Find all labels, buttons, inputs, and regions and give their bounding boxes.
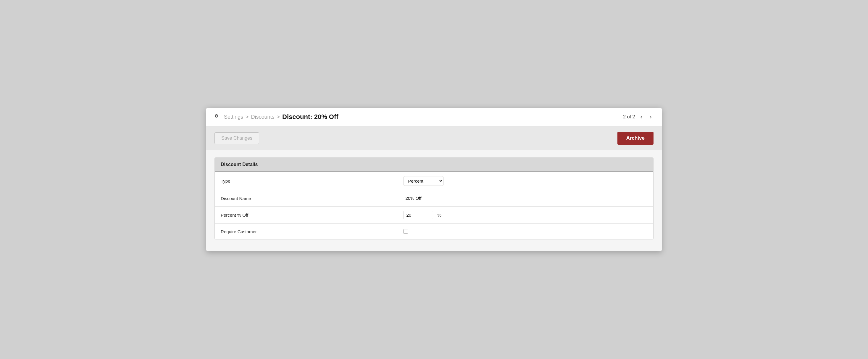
header-bar: ⚙ Settings > Discounts > Discount: 20% O… xyxy=(206,108,662,126)
save-changes-button[interactable]: Save Changes xyxy=(215,132,259,144)
header-right: 2 of 2 ‹ › xyxy=(623,113,653,121)
type-value: Percent Fixed Amount xyxy=(399,172,653,190)
content-area: Discount Details Type Percent Fixed Amou… xyxy=(206,150,662,251)
breadcrumb-sep1: > xyxy=(246,114,249,120)
toolbar: Save Changes Archive xyxy=(206,126,662,150)
percent-off-value: % xyxy=(399,207,653,223)
percent-off-label: Percent % Off xyxy=(215,208,399,222)
breadcrumb-current: Discount: 20% Off xyxy=(282,113,338,121)
breadcrumb-sep2: > xyxy=(277,114,280,120)
discount-name-value xyxy=(399,190,653,206)
breadcrumb-discounts[interactable]: Discounts xyxy=(251,114,275,120)
table-row: Discount Name xyxy=(215,190,653,207)
discount-name-input[interactable] xyxy=(404,195,463,202)
main-container: ⚙ Settings > Discounts > Discount: 20% O… xyxy=(206,108,662,251)
table-row: Require Customer xyxy=(215,224,653,239)
table-row: Percent % Off % xyxy=(215,207,653,224)
percent-off-input[interactable] xyxy=(404,211,433,219)
discount-details-panel: Discount Details Type Percent Fixed Amou… xyxy=(215,157,653,239)
require-customer-value xyxy=(399,225,653,238)
archive-button[interactable]: Archive xyxy=(617,132,653,145)
table-row: Type Percent Fixed Amount xyxy=(215,172,653,190)
require-customer-label: Require Customer xyxy=(215,225,399,238)
prev-button[interactable]: ‹ xyxy=(639,113,644,121)
type-select[interactable]: Percent Fixed Amount xyxy=(404,176,443,186)
next-button[interactable]: › xyxy=(648,113,653,121)
panel-title: Discount Details xyxy=(215,158,653,172)
breadcrumb: ⚙ Settings > Discounts > Discount: 20% O… xyxy=(215,113,338,121)
type-label: Type xyxy=(215,174,399,188)
require-customer-checkbox[interactable] xyxy=(404,229,408,234)
discount-name-label: Discount Name xyxy=(215,192,399,205)
breadcrumb-settings[interactable]: Settings xyxy=(224,114,243,120)
pagination-text: 2 of 2 xyxy=(623,114,635,120)
percent-symbol: % xyxy=(437,212,441,217)
gear-icon: ⚙ xyxy=(215,113,222,120)
